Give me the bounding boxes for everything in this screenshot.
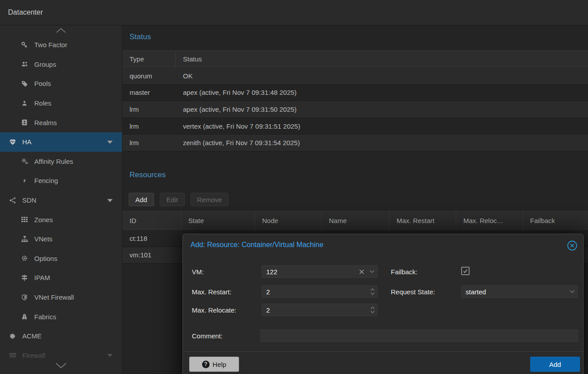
address-book-icon <box>20 119 29 126</box>
gears-icon <box>20 158 29 165</box>
max-restart-field[interactable] <box>262 285 377 298</box>
request-state-select[interactable]: started <box>461 285 578 298</box>
edit-button[interactable]: Edit <box>160 193 185 206</box>
cell-type: master <box>122 85 176 101</box>
help-button[interactable]: ? Help <box>189 357 239 372</box>
column-header-name[interactable]: Name <box>322 211 389 229</box>
max-restart-input[interactable] <box>262 286 368 297</box>
signpost-icon <box>20 274 29 281</box>
user-icon <box>20 100 29 107</box>
chevron-down-icon <box>55 362 67 369</box>
certificate-icon <box>8 333 17 340</box>
status-section-title: Status <box>122 33 588 41</box>
column-header-status[interactable]: Status <box>176 51 588 67</box>
sidebar-item-label: Two Factor <box>34 41 67 49</box>
sidebar-item-ipam[interactable]: IPAM <box>0 268 122 288</box>
comment-field[interactable] <box>260 329 578 342</box>
vm-combo[interactable] <box>262 265 377 278</box>
status-row-lrm-apex[interactable]: lrm apex (active, Fri Nov 7 09:31:50 202… <box>122 101 588 118</box>
sidebar-item-vnet-firewall[interactable]: VNet Firewall <box>0 288 122 307</box>
status-row-master[interactable]: master apex (active, Fri Nov 7 09:31:48 … <box>122 85 588 102</box>
comment-input[interactable] <box>261 330 578 341</box>
cell-status: OK <box>176 68 588 84</box>
status-row-lrm-zenith[interactable]: lrm zenith (active, Fri Nov 7 09:31:54 2… <box>122 134 588 151</box>
key-icon <box>20 41 29 49</box>
help-button-label: Help <box>213 361 227 368</box>
spinner-control[interactable] <box>368 304 377 316</box>
sidebar-item-label: IPAM <box>34 274 50 281</box>
sidebar-item-acme[interactable]: ACME <box>0 326 122 346</box>
question-icon: ? <box>202 361 210 368</box>
sidebar-scroll-up[interactable] <box>0 25 122 35</box>
sidebar-item-fencing[interactable]: Fencing <box>0 171 122 191</box>
status-row-lrm-vertex[interactable]: lrm vertex (active, Fri Nov 7 09:31:51 2… <box>122 118 588 135</box>
sidebar-item-label: Groups <box>34 61 56 68</box>
sidebar-item-groups[interactable]: Groups <box>0 55 122 74</box>
cell-type: quorum <box>122 68 176 84</box>
clear-icon[interactable] <box>357 269 366 274</box>
failback-checkbox[interactable] <box>461 267 470 275</box>
status-table-header: Type Status <box>122 50 588 67</box>
status-row-quorum[interactable]: quorum OK <box>122 68 588 85</box>
column-header-id[interactable]: ID <box>122 211 181 229</box>
add-button[interactable]: Add <box>129 193 154 206</box>
vm-label: VM: <box>192 268 204 276</box>
network-nodes-icon <box>8 197 17 204</box>
column-header-failback[interactable]: Failback <box>523 211 588 229</box>
column-header-state[interactable]: State <box>181 211 255 229</box>
failback-label: Failback: <box>391 268 418 276</box>
sidebar-item-two-factor[interactable]: Two Factor <box>0 35 122 55</box>
users-icon <box>20 61 29 68</box>
chevron-down-icon <box>567 290 577 293</box>
max-relocate-input[interactable] <box>262 304 368 316</box>
vm-input[interactable] <box>262 266 357 277</box>
add-resource-dialog: Add: Resource: Container/Virtual Machine… <box>182 234 584 374</box>
sidebar-item-label: Fencing <box>34 177 58 184</box>
column-header-max-relocate[interactable]: Max. Reloc… <box>456 211 523 229</box>
chevron-up-icon <box>55 28 67 33</box>
status-table-body: quorum OK master apex (active, Fri Nov 7… <box>122 68 588 151</box>
close-icon[interactable] <box>567 240 578 251</box>
sidebar-item-label: Pools <box>34 80 51 87</box>
sidebar-item-options[interactable]: Options <box>0 249 122 268</box>
sidebar-item-label: VNet Firewall <box>34 293 74 301</box>
sidebar-item-affinity-rules[interactable]: Affinity Rules <box>0 152 122 171</box>
footer-separator <box>183 351 583 352</box>
page-title: Datacenter <box>8 8 43 16</box>
cell-type: lrm <box>122 101 176 118</box>
sidebar-item-ha[interactable]: HA <box>0 132 122 152</box>
sidebar-item-label: Zones <box>34 216 53 224</box>
resources-section-title: Resources <box>122 171 588 179</box>
cell-status: vertex (active, Fri Nov 7 09:31:51 2025) <box>176 118 588 134</box>
sidebar-item-sdn[interactable]: SDN <box>0 191 122 210</box>
top-bar: Datacenter <box>0 0 588 25</box>
cell-status: apex (active, Fri Nov 7 09:31:48 2025) <box>176 85 588 101</box>
cell-status: apex (active, Fri Nov 7 09:31:50 2025) <box>176 101 588 118</box>
max-relocate-field[interactable] <box>262 304 377 316</box>
column-header-max-restart[interactable]: Max. Restart <box>389 211 456 229</box>
sidebar-item-roles[interactable]: Roles <box>0 94 122 113</box>
remove-button[interactable]: Remove <box>191 193 229 206</box>
sidebar-item-zones[interactable]: Zones <box>0 210 122 229</box>
column-header-type[interactable]: Type <box>122 51 176 67</box>
sidebar-item-vnets[interactable]: VNets <box>0 229 122 249</box>
chevron-down-icon[interactable] <box>366 270 377 273</box>
sidebar-item-label: VNets <box>34 235 53 243</box>
sidebar-item-label: Fabrics <box>34 313 56 321</box>
spinner-control[interactable] <box>368 286 377 297</box>
caret-down-icon <box>107 139 113 145</box>
dialog-titlebar[interactable]: Add: Resource: Container/Virtual Machine <box>183 234 583 256</box>
max-relocate-label: Max. Relocate: <box>192 306 236 314</box>
grid-icon <box>20 216 29 223</box>
sidebar-scroll-down[interactable] <box>0 360 122 371</box>
resources-toolbar: Add Edit Remove <box>122 189 588 210</box>
column-header-node[interactable]: Node <box>255 211 322 229</box>
dialog-add-button[interactable]: Add <box>530 357 580 372</box>
sidebar-item-label: Roles <box>34 99 51 107</box>
sitemap-icon <box>20 236 29 243</box>
sidebar-item-label: Realms <box>34 119 57 126</box>
sidebar-item-realms[interactable]: Realms <box>0 113 122 132</box>
sidebar-item-fabrics[interactable]: Fabrics <box>0 307 122 326</box>
shield-icon <box>20 294 29 301</box>
sidebar-item-pools[interactable]: Pools <box>0 74 122 94</box>
